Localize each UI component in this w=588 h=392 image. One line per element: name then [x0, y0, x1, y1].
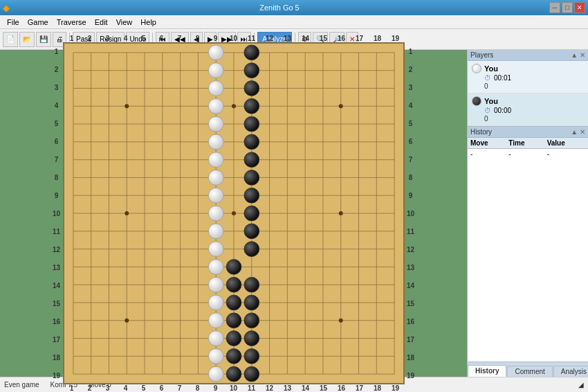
menu-game[interactable]: Game	[24, 17, 53, 28]
tab-history[interactable]: History	[468, 365, 506, 377]
menu-edit[interactable]: Edit	[91, 17, 112, 28]
col-label: 15	[315, 35, 333, 42]
row-labels-right: 1 2 3 4 5 6 7 8 9 10 11 12 13 14 15 16 1	[405, 42, 417, 384]
col-label-b: 6	[153, 384, 171, 392]
minimize-button[interactable]: ─	[549, 2, 560, 13]
svg-point-61	[208, 295, 223, 310]
row-label-r: 18	[405, 348, 417, 366]
row-label: 5	[50, 114, 63, 132]
row-label: 15	[50, 294, 63, 312]
board-main: 1 2 3 4 5 6 7 8 9 10 11 12 13 14 15 16 1	[50, 42, 417, 384]
row-label-r: 5	[405, 114, 417, 132]
col-label-b: 3	[99, 384, 117, 392]
col-label-b: 19	[387, 384, 405, 392]
row-label-r: 2	[405, 60, 417, 78]
clock-icon: ⏱	[484, 74, 491, 82]
row-label: 3	[50, 78, 63, 96]
row-label: 2	[50, 60, 63, 78]
row-label-r: 14	[405, 276, 417, 294]
col-label: 9	[207, 35, 225, 42]
history-controls: ▲ ✕	[571, 128, 585, 136]
svg-point-67	[244, 63, 259, 78]
app-icon: ◆	[3, 3, 10, 13]
col-label: 4	[117, 35, 135, 42]
svg-point-88	[244, 348, 259, 364]
menu-help[interactable]: Help	[136, 17, 160, 28]
svg-point-59	[208, 259, 223, 274]
svg-point-52	[208, 134, 223, 150]
row-label: 11	[50, 222, 63, 240]
svg-point-38	[125, 104, 129, 108]
col-label-b: 16	[333, 384, 351, 392]
close-button[interactable]: ✕	[574, 2, 585, 13]
dash-move: -	[470, 150, 508, 158]
svg-point-80	[244, 277, 259, 292]
svg-point-43	[338, 211, 342, 215]
col-label: 12	[261, 35, 279, 42]
svg-point-73	[244, 170, 259, 186]
svg-point-49	[208, 81, 223, 96]
svg-point-74	[244, 188, 259, 203]
row-label: 17	[50, 330, 63, 348]
svg-point-70	[244, 116, 259, 132]
col-label: 5	[135, 35, 153, 42]
col-label: 19	[387, 35, 405, 42]
titlebar-controls: ─ □ ✕	[549, 2, 585, 13]
player1-time-val: 00:01	[494, 74, 511, 82]
svg-point-56	[208, 206, 223, 221]
svg-point-71	[244, 134, 259, 150]
svg-point-83	[226, 313, 241, 328]
row-label: 7	[50, 150, 63, 168]
row-label: 13	[50, 258, 63, 276]
tab-analysis[interactable]: Analysis	[553, 366, 588, 377]
svg-point-72	[244, 152, 259, 168]
tab-comment[interactable]: Comment	[507, 366, 552, 377]
menu-traverse[interactable]: Traverse	[53, 17, 91, 28]
col-time: Time	[508, 139, 546, 147]
menu-file[interactable]: File	[3, 17, 24, 28]
new-button[interactable]: 📄	[3, 32, 18, 47]
row-label: 12	[50, 240, 63, 258]
col-value: Value	[547, 139, 585, 147]
row-label-r: 1	[405, 42, 417, 60]
col-label: 17	[351, 35, 369, 42]
svg-point-44	[125, 319, 129, 323]
svg-point-84	[244, 313, 259, 328]
board-container: 1 2 3 4 5 6 7 8 9 10 11 12 13 14 15 16 1…	[0, 50, 467, 377]
save-button[interactable]: 💾	[36, 32, 51, 47]
main-area: 1 2 3 4 5 6 7 8 9 10 11 12 13 14 15 16 1…	[0, 50, 588, 377]
maximize-button[interactable]: □	[562, 2, 573, 13]
col-label: 3	[99, 35, 117, 42]
col-label-b: 12	[261, 384, 279, 392]
col-label-b: 5	[135, 384, 153, 392]
save-icon: 💾	[39, 35, 48, 43]
menu-view[interactable]: View	[112, 17, 137, 28]
row-label-r: 12	[405, 240, 417, 258]
player2-time-val: 00:00	[494, 107, 511, 114]
col-label-b: 1	[63, 384, 81, 392]
col-label: 16	[333, 35, 351, 42]
col-label-b: 8	[189, 384, 207, 392]
players-title: Players	[470, 51, 493, 59]
col-label-b: 4	[117, 384, 135, 392]
col-label: 11	[243, 35, 261, 42]
col-labels-top: 1 2 3 4 5 6 7 8 9 10 11 12 13 14 15 16 1…	[63, 35, 417, 42]
svg-point-62	[208, 313, 223, 328]
player2-stone	[472, 96, 481, 106]
col-label-b: 7	[171, 384, 189, 392]
board-wrap: 1 2 3 4 5 6 7 8 9 10 11 12 13 14 15 16 1…	[50, 35, 417, 392]
svg-point-58	[208, 242, 223, 257]
row-label-r: 8	[405, 168, 417, 186]
player1-stone	[472, 64, 481, 73]
history-body	[468, 159, 588, 362]
svg-point-78	[226, 259, 241, 274]
history-header: History ▲ ✕	[468, 127, 588, 138]
row-label-r: 7	[405, 150, 417, 168]
row-label: 1	[50, 42, 63, 60]
open-button[interactable]: 📂	[19, 32, 35, 47]
svg-point-87	[226, 348, 241, 364]
row-label-r: 13	[405, 258, 417, 276]
svg-point-82	[244, 295, 259, 310]
history-panel: History ▲ ✕ Move Time Value - - - Histor…	[468, 127, 588, 377]
go-board[interactable]	[63, 42, 405, 384]
